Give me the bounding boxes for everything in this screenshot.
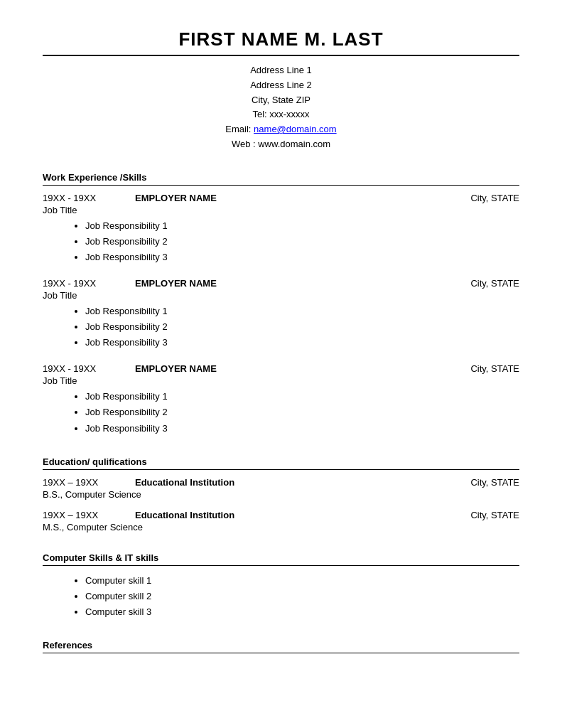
job-employer-3: EMPLOYER NAME bbox=[135, 363, 434, 374]
job-title-2: Job Title bbox=[43, 290, 519, 301]
job-employer-2: EMPLOYER NAME bbox=[135, 278, 434, 289]
education-title: Education/ qulifications bbox=[43, 456, 519, 470]
job-title-1: Job Title bbox=[43, 205, 519, 215]
list-item: Job Responsibility 3 bbox=[85, 335, 519, 350]
edu-degree-1: B.S., Computer Science bbox=[43, 489, 519, 500]
list-item: Computer skill 1 bbox=[85, 573, 519, 589]
list-item: Computer skill 2 bbox=[85, 589, 519, 604]
education-section: Education/ qulifications 19XX – 19XX Edu… bbox=[43, 456, 519, 532]
job-header-2: 19XX - 19XX EMPLOYER NAME City, STATE bbox=[43, 278, 519, 289]
job-location-1: City, STATE bbox=[434, 193, 519, 203]
job-responsibilities-2: Job Responsibility 1 Job Responsibility … bbox=[43, 304, 519, 350]
edu-location-1: City, STATE bbox=[434, 477, 519, 488]
list-item: Job Responsibility 2 bbox=[85, 234, 519, 250]
job-entry-2: 19XX - 19XX EMPLOYER NAME City, STATE Jo… bbox=[43, 278, 519, 350]
references-section: References bbox=[43, 640, 519, 653]
edu-entry-1: 19XX – 19XX Educational Institution City… bbox=[43, 477, 519, 500]
job-header-1: 19XX - 19XX EMPLOYER NAME City, STATE bbox=[43, 193, 519, 203]
job-location-3: City, STATE bbox=[434, 363, 519, 374]
list-item: Job Responsibility 2 bbox=[85, 319, 519, 335]
city-state-zip: City, State ZIP bbox=[43, 93, 519, 108]
edu-dates-2: 19XX – 19XX bbox=[43, 510, 135, 520]
edu-dates-1: 19XX – 19XX bbox=[43, 477, 135, 488]
list-item: Job Responsibility 2 bbox=[85, 405, 519, 420]
list-item: Computer skill 3 bbox=[85, 604, 519, 620]
job-responsibilities-1: Job Responsibility 1 Job Responsibility … bbox=[43, 218, 519, 265]
tel: Tel: xxx-xxxxx bbox=[43, 107, 519, 122]
list-item: Job Responsibility 1 bbox=[85, 218, 519, 234]
work-experience-title: Work Experience /Skills bbox=[43, 172, 519, 186]
resume-container: FIRST NAME M. LAST Address Line 1 Addres… bbox=[43, 28, 519, 653]
job-title-3: Job Title bbox=[43, 375, 519, 386]
job-entry-1: 19XX - 19XX EMPLOYER NAME City, STATE Jo… bbox=[43, 193, 519, 265]
job-employer-1: EMPLOYER NAME bbox=[135, 193, 434, 203]
resume-header: FIRST NAME M. LAST Address Line 1 Addres… bbox=[43, 28, 519, 152]
skills-list: Computer skill 1 Computer skill 2 Comput… bbox=[43, 573, 519, 620]
list-item: Job Responsibility 1 bbox=[85, 389, 519, 405]
list-item: Job Responsibility 3 bbox=[85, 250, 519, 265]
address-line1: Address Line 1 bbox=[43, 63, 519, 78]
job-location-2: City, STATE bbox=[434, 278, 519, 289]
list-item: Job Responsibility 1 bbox=[85, 304, 519, 319]
edu-institution-1: Educational Institution bbox=[135, 477, 434, 488]
edu-institution-2: Educational Institution bbox=[135, 510, 434, 520]
computer-skills-section: Computer Skills & IT skills Computer ski… bbox=[43, 552, 519, 620]
edu-header-1: 19XX – 19XX Educational Institution City… bbox=[43, 477, 519, 488]
job-dates-1: 19XX - 19XX bbox=[43, 193, 135, 203]
references-title: References bbox=[43, 640, 519, 653]
resume-contact: Address Line 1 Address Line 2 City, Stat… bbox=[43, 63, 519, 152]
web: Web : www.domain.com bbox=[43, 137, 519, 152]
edu-header-2: 19XX – 19XX Educational Institution City… bbox=[43, 510, 519, 520]
email-line: Email: name@domain.com bbox=[43, 122, 519, 137]
edu-degree-2: M.S., Computer Science bbox=[43, 522, 519, 532]
computer-skills-title: Computer Skills & IT skills bbox=[43, 552, 519, 566]
address-line2: Address Line 2 bbox=[43, 78, 519, 93]
edu-entry-2: 19XX – 19XX Educational Institution City… bbox=[43, 510, 519, 532]
job-dates-2: 19XX - 19XX bbox=[43, 278, 135, 289]
work-experience-section: Work Experience /Skills 19XX - 19XX EMPL… bbox=[43, 172, 519, 437]
email-label: Email: bbox=[225, 124, 254, 134]
job-responsibilities-3: Job Responsibility 1 Job Responsibility … bbox=[43, 389, 519, 436]
job-header-3: 19XX - 19XX EMPLOYER NAME City, STATE bbox=[43, 363, 519, 374]
edu-location-2: City, STATE bbox=[434, 510, 519, 520]
job-dates-3: 19XX - 19XX bbox=[43, 363, 135, 374]
email-link[interactable]: name@domain.com bbox=[254, 124, 337, 134]
resume-name: FIRST NAME M. LAST bbox=[43, 28, 519, 56]
list-item: Job Responsibility 3 bbox=[85, 421, 519, 437]
job-entry-3: 19XX - 19XX EMPLOYER NAME City, STATE Jo… bbox=[43, 363, 519, 436]
